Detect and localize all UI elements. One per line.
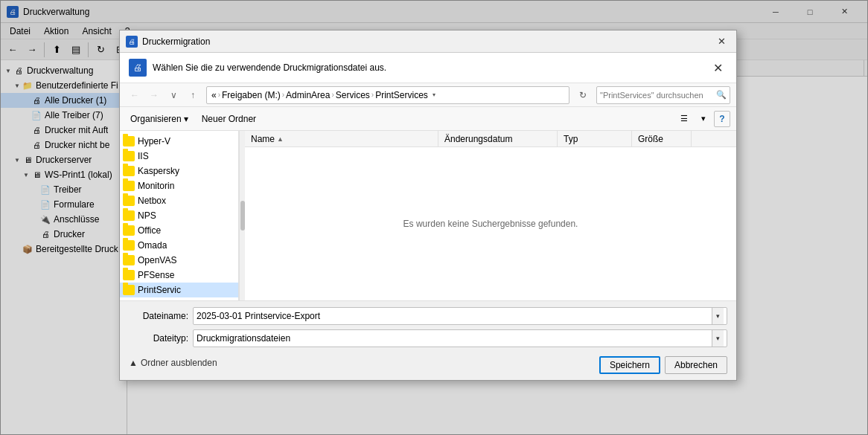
folder-icon-kaspersky (123, 166, 135, 176)
save-button[interactable]: Speichern (599, 356, 660, 374)
view-mode-button[interactable]: ☰ (675, 110, 693, 128)
dialog-refresh-button[interactable]: ↻ (574, 86, 592, 104)
breadcrumb-part-root: « (211, 90, 217, 100)
breadcrumb-sep-2: › (282, 91, 284, 99)
folder-icon-nps (123, 210, 135, 221)
file-col-size[interactable]: Größe (632, 131, 692, 146)
folder-toggle[interactable]: ▲ Ordner ausblenden (129, 355, 217, 371)
file-list-body: Es wurden keine Suchergebnisse gefunden. (245, 147, 736, 300)
filename-dropdown-button[interactable]: ▾ (712, 308, 724, 324)
breadcrumb-part-freigaben[interactable]: Freigaben (M:) (222, 90, 281, 100)
folder-label-printservic: PrintServic (138, 285, 181, 295)
action-buttons: Speichern Abbrechen (599, 356, 727, 374)
dialog-title-bar: 🖨 Druckermigration ✕ (120, 30, 736, 53)
folder-icon-monitorin (123, 181, 135, 191)
breadcrumb-root-label: « (211, 90, 217, 100)
filetype-select-wrap: Druckmigrationsdateien ▾ (193, 329, 727, 347)
dialog-subtitle-icon: 🖨 (129, 59, 147, 77)
folder-item-kaspersky[interactable]: Kaspersky (120, 164, 238, 178)
file-col-name-label: Name (251, 134, 275, 144)
folder-icon-iis (123, 151, 135, 161)
folder-label-openvas: OpenVAS (138, 255, 176, 265)
folder-toggle-icon: ▲ (129, 358, 138, 368)
folder-icon-netbox (123, 196, 135, 206)
breadcrumb-freigaben-label: Freigaben (M:) (222, 90, 281, 100)
folder-item-omada[interactable]: Omada (120, 238, 238, 253)
dialog-content: Hyper-V IIS Kaspersky Monitorin (120, 131, 736, 300)
dialog-title-icon: 🖨 (126, 36, 138, 48)
file-col-name[interactable]: Name ▲ (245, 131, 438, 146)
folder-item-monitorin[interactable]: Monitorin (120, 178, 238, 193)
filename-row: Dateiname: ▾ (129, 307, 727, 325)
file-col-date-label: Änderungsdatum (444, 134, 512, 144)
folder-tree: Hyper-V IIS Kaspersky Monitorin (120, 131, 239, 300)
search-box: 🔍 (596, 86, 730, 104)
breadcrumb-dropdown-button[interactable]: ▾ (428, 89, 440, 101)
new-folder-button[interactable]: Neuer Ordner (197, 111, 261, 127)
folder-label-monitorin: Monitorin (138, 181, 174, 191)
file-col-type-label: Typ (564, 134, 578, 144)
dialog-title-text: Druckermigration (142, 36, 210, 47)
folder-item-printservic[interactable]: PrintServic (120, 283, 238, 297)
folder-item-openvas[interactable]: OpenVAS (120, 253, 238, 268)
folder-item-pfsense[interactable]: PFSense (120, 268, 238, 283)
folder-item-office[interactable]: Office (120, 223, 238, 238)
breadcrumb-part-services[interactable]: Services (336, 90, 370, 100)
search-input[interactable] (600, 91, 714, 100)
breadcrumb-printservices-label: PrintServices (375, 90, 428, 100)
folder-tree-container: Hyper-V IIS Kaspersky Monitorin (120, 131, 245, 300)
folder-label-pfsense: PFSense (138, 270, 174, 280)
folder-icon-office (123, 225, 135, 236)
dialog-subtitle-text: Wählen Sie die zu verwendende Druckmigra… (153, 62, 386, 73)
file-col-size-label: Größe (638, 134, 663, 144)
filetype-label: Dateityp: (129, 333, 188, 344)
breadcrumb-bar[interactable]: « › Freigaben (M:) › AdminArea › Service… (206, 86, 569, 104)
breadcrumb-part-printservices[interactable]: PrintServices (375, 90, 428, 100)
dialog-dropdown-button[interactable]: ∨ (165, 86, 182, 104)
view-dropdown-button[interactable]: ▾ (695, 110, 712, 128)
dialog-subtitle-close-button[interactable]: ✕ (709, 59, 727, 77)
dialog-title-left: 🖨 Druckermigration (126, 36, 210, 48)
folder-icon-printservic (123, 285, 135, 295)
folder-icon-omada (123, 240, 135, 251)
dialog-title-close-button[interactable]: ✕ (712, 33, 730, 51)
breadcrumb-part-adminarea[interactable]: AdminArea (286, 90, 330, 100)
filename-label: Dateiname: (129, 311, 188, 321)
breadcrumb-sep-3: › (331, 91, 334, 99)
organize-button[interactable]: Organisieren ▾ (126, 111, 193, 127)
folder-item-netbox[interactable]: Netbox (120, 193, 238, 208)
filetype-select-arrow[interactable]: ▾ (712, 330, 724, 347)
folder-label-hyperv: Hyper-V (138, 136, 170, 146)
druckermigration-dialog: 🖨 Druckermigration ✕ 🖨 Wählen Sie die zu… (119, 30, 737, 381)
dialog-forward-button[interactable]: → (145, 86, 163, 104)
cancel-button[interactable]: Abbrechen (665, 356, 727, 374)
file-col-type[interactable]: Typ (558, 131, 632, 146)
file-list-header: Name ▲ Änderungsdatum Typ Größe (245, 131, 736, 147)
filetype-select-text: Druckmigrationsdateien (197, 333, 712, 344)
breadcrumb-adminarea-label: AdminArea (286, 90, 330, 100)
folder-item-nps[interactable]: NPS (120, 208, 238, 223)
filename-input[interactable] (197, 311, 712, 321)
dialog-toolbar2: Organisieren ▾ Neuer Ordner ☰ ▾ ? (120, 107, 736, 131)
organize-arrow-icon: ▾ (184, 114, 188, 124)
dialog-back-button[interactable]: ← (126, 86, 144, 104)
folder-item-hyperv[interactable]: Hyper-V (120, 134, 238, 149)
dialog-up-button[interactable]: ↑ (184, 86, 202, 104)
file-col-date[interactable]: Änderungsdatum (438, 131, 558, 146)
sort-arrow-name: ▲ (277, 135, 284, 143)
folder-tree-scrollbar[interactable] (239, 131, 245, 300)
breadcrumb-sep-4: › (371, 91, 374, 99)
search-icon: 🔍 (716, 90, 727, 100)
help-button[interactable]: ? (714, 111, 730, 127)
dialog-nav-toolbar: ← → ∨ ↑ « › Freigaben (M:) › AdminArea › (120, 83, 736, 107)
scrollbar-thumb (240, 201, 245, 231)
folder-label-kaspersky: Kaspersky (138, 166, 179, 176)
filename-input-wrap: ▾ (193, 307, 727, 325)
folder-label-netbox: Netbox (138, 196, 166, 206)
breadcrumb-sep-1: › (218, 91, 220, 99)
file-list: Name ▲ Änderungsdatum Typ Größe Es wurde… (245, 131, 736, 300)
folder-item-iis[interactable]: IIS (120, 149, 238, 164)
organize-label: Organisieren (130, 114, 182, 124)
folder-label-nps: NPS (138, 210, 156, 221)
view-controls: ☰ ▾ ? (675, 110, 730, 128)
